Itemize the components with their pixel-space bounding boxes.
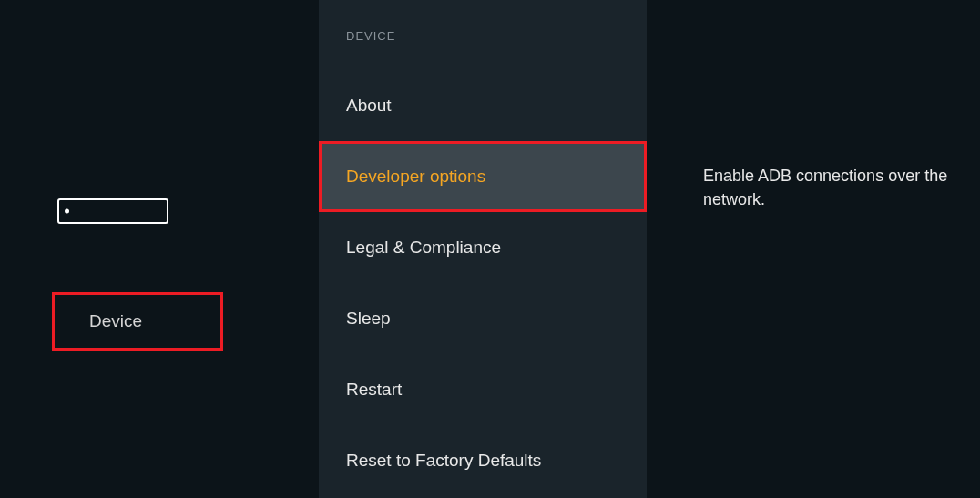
device-icon <box>57 198 168 224</box>
settings-left-panel: Device <box>0 0 319 498</box>
menu-item-label: Legal & Compliance <box>346 238 501 258</box>
option-description: Enable ADB connections over the network. <box>703 164 951 211</box>
menu-item-sleep[interactable]: Sleep <box>319 283 647 354</box>
menu-item-legal-compliance[interactable]: Legal & Compliance <box>319 212 647 283</box>
menu-item-about[interactable]: About <box>319 70 647 141</box>
menu-item-label: Developer options <box>346 167 485 187</box>
settings-right-panel: Enable ADB connections over the network. <box>647 0 980 498</box>
menu-item-reset-factory[interactable]: Reset to Factory Defaults <box>319 425 647 496</box>
section-heading: DEVICE <box>319 29 647 43</box>
menu-item-label: Restart <box>346 380 402 400</box>
settings-middle-panel: DEVICE About Developer options Legal & C… <box>319 0 647 498</box>
menu-item-label: Reset to Factory Defaults <box>346 451 541 471</box>
menu-item-label: Sleep <box>346 309 391 329</box>
menu-item-developer-options[interactable]: Developer options <box>319 141 647 212</box>
menu-item-label: About <box>346 96 392 116</box>
category-device[interactable]: Device <box>52 292 223 351</box>
category-label: Device <box>89 311 142 331</box>
menu-item-restart[interactable]: Restart <box>319 354 647 425</box>
